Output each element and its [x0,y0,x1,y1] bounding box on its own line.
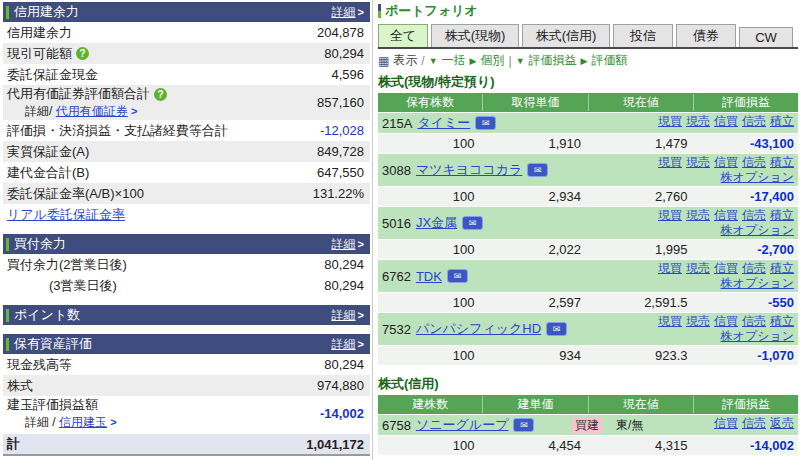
cash-buy-link[interactable]: 現買 [658,155,682,169]
tab-all[interactable]: 全て [378,24,428,47]
stock-option-link[interactable]: 株オプション [721,223,794,237]
stock-name-link[interactable]: パンパシフィックHD [416,320,541,338]
tab-bonds[interactable]: 債券 [676,24,736,47]
data-row: 現金残高等 80,294 [3,354,370,375]
real-margin-rate-link[interactable]: リアル委託保証金率 [7,206,125,224]
stock-value-row: 100 1,910 1,479 -43,100 [378,133,798,153]
mail-icon[interactable]: ✉ [513,418,534,432]
margin-section: 株式(信用) 建株数 建単価 現在値 評価損益 6758 ソニーグループ ✉ 買… [378,373,798,455]
tab-stock-spot[interactable]: 株式(現物) [431,24,519,47]
qty-value: 100 [378,293,485,312]
stock-name-link[interactable]: JX金属 [416,214,457,232]
detail-link[interactable]: 詳細 [332,4,356,21]
help-icon[interactable]: ? [76,47,89,60]
cost-value: 2,934 [485,187,592,206]
chevron-right-icon: > [358,309,364,321]
section-title: 信用建余力 [14,3,332,21]
detail-link[interactable]: 詳細 [332,307,356,324]
stock-option-link[interactable]: 株オプション [721,170,794,184]
margin-sell-link[interactable]: 信売 [742,416,766,430]
data-row: 株式 974,880 [3,375,370,396]
accent-bar [378,4,381,18]
mail-icon[interactable]: ✉ [527,163,548,177]
pl-view-link[interactable]: 評価損益 [529,52,577,69]
margin-sell-link[interactable]: 信売 [742,155,766,169]
accent-bar [6,309,9,322]
section-points: ポイント数 詳細 > [3,305,370,325]
stock-value-row: 100 2,934 2,760 -17,400 [378,186,798,206]
tab-cw[interactable]: CW [739,27,793,47]
col-header-qty: 保有株数 [378,94,482,111]
section-title: 買付余力 [14,235,332,253]
accumulate-link[interactable]: 積立 [770,114,794,128]
accumulate-link[interactable]: 積立 [770,208,794,222]
margin-buy-link[interactable]: 信買 [714,416,738,430]
sub-prefix: 詳細 / [25,415,56,429]
stock-name-link[interactable]: TDK [416,269,442,284]
margin-sell-link[interactable]: 信売 [742,114,766,128]
individual-link[interactable]: 個別 [481,52,505,69]
tab-funds[interactable]: 投信 [613,24,673,47]
stock-header-row: 7532 パンパシフィックHD ✉ 現買現売信買信売積立 株オプション [378,312,798,345]
margin-buy-link[interactable]: 信買 [714,314,738,328]
mail-icon[interactable]: ✉ [475,116,496,130]
stock-code: 3088 [382,163,411,178]
total-value: 1,041,172 [306,437,364,452]
row-label: 買付余力(2営業日後) [7,256,127,274]
row-label: 評価損・決済損益・支払諸経費等合計 [7,122,228,140]
valuation-view-link[interactable]: 評価額 [592,52,628,69]
cash-buy-link[interactable]: 現買 [658,261,682,275]
chevron-right-icon: > [358,338,364,350]
cash-sell-link[interactable]: 現売 [686,155,710,169]
mail-icon[interactable]: ✉ [447,269,468,283]
row-label: 実質保証金(A) [7,143,89,161]
bulk-link[interactable]: 一括 [442,52,466,69]
margin-buy-link[interactable]: 信買 [714,208,738,222]
accumulate-link[interactable]: 積立 [770,314,794,328]
detail-link[interactable]: 詳細 [332,336,356,353]
row-value: 857,160 [317,95,364,110]
qty-value: 100 [378,134,485,153]
cash-sell-link[interactable]: 現売 [686,208,710,222]
tab-stock-margin[interactable]: 株式(信用) [522,24,610,47]
margin-buy-link[interactable]: 信買 [714,261,738,275]
margin-positions-link[interactable]: 信用建玉 [59,415,107,429]
stock-option-link[interactable]: 株オプション [721,329,794,343]
margin-buy-link[interactable]: 信買 [714,155,738,169]
data-row: 委託保証金現金 4,596 [3,64,370,85]
chevron-right-icon: > [358,6,364,18]
row-value: 849,728 [317,144,364,159]
margin-sell-link[interactable]: 信売 [742,261,766,275]
qty-value: 100 [378,436,485,455]
detail-link[interactable]: 詳細 [332,236,356,253]
cash-sell-link[interactable]: 現売 [686,261,710,275]
margin-sell-link[interactable]: 信売 [742,208,766,222]
cash-buy-link[interactable]: 現買 [658,114,682,128]
row-label: 委託保証金率(A/B)×100 [7,185,144,203]
cash-sell-link[interactable]: 現売 [686,114,710,128]
row-label: 建代金合計(B) [7,164,89,182]
data-row: リアル委託保証金率 [3,204,370,225]
stock-name-link[interactable]: タイミー [417,114,470,132]
stock-code: 6758 [382,418,411,433]
stock-name-link[interactable]: ソニーグループ [416,416,509,434]
repay-sell-link[interactable]: 返売 [770,416,794,430]
data-row: 現引可能額? 80,294 [3,43,370,64]
margin-sell-link[interactable]: 信売 [742,314,766,328]
margin-buy-link[interactable]: 信買 [714,114,738,128]
stock-option-link[interactable]: 株オプション [721,276,794,290]
stock-name-link[interactable]: マツキヨココカラ [416,161,522,179]
help-icon[interactable]: ? [154,88,167,101]
mail-icon[interactable]: ✉ [462,216,483,230]
mail-icon[interactable]: ✉ [546,322,567,336]
accumulate-link[interactable]: 積立 [770,261,794,275]
spot-table-header: 保有株数 取得単価 現在値 評価損益 [378,93,798,112]
data-row: 実質保証金(A) 849,728 [3,141,370,162]
cash-buy-link[interactable]: 現買 [658,314,682,328]
data-row: 評価損・決済損益・支払諸経費等合計 -12,028 [3,120,370,141]
cash-buy-link[interactable]: 現買 [658,208,682,222]
separator: | [509,54,512,68]
cash-sell-link[interactable]: 現売 [686,314,710,328]
accumulate-link[interactable]: 積立 [770,155,794,169]
collateral-securities-link[interactable]: 代用有価証券 [56,104,128,118]
